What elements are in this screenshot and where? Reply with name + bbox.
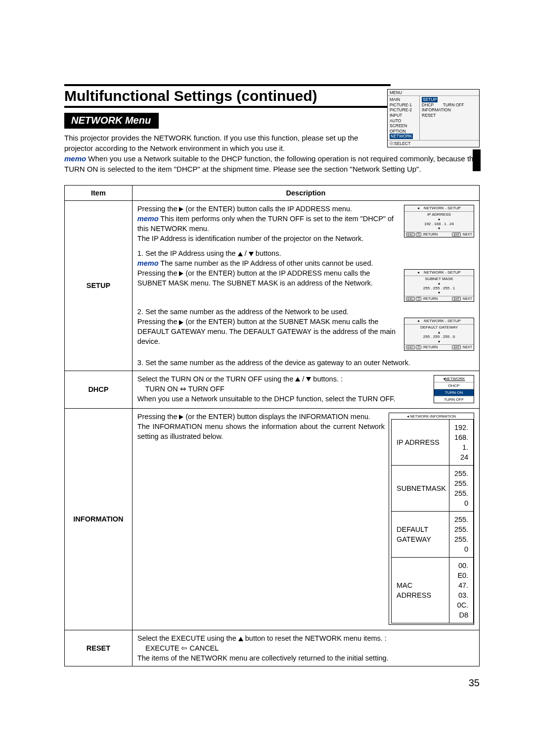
row-information-desc: ◂ NETWORK-INFORMATION IP ADRRESS192. 168… bbox=[132, 408, 479, 630]
osd-item: OPTION bbox=[390, 129, 417, 134]
osd-default-gateway-box: ◂ NETWORK - SETUP DEFAULT GATEWAY ▴ 255 … bbox=[404, 318, 474, 350]
osd-information-box: ◂ NETWORK-INFORMATION IP ADRRESS192. 168… bbox=[389, 413, 474, 625]
section-title: Multifunctional Settings (continued) bbox=[64, 88, 317, 104]
select-icon: ⦾ bbox=[390, 141, 393, 146]
memo-label: memo bbox=[137, 259, 159, 267]
section-title-bar: Multifunctional Settings (continued) bbox=[64, 84, 391, 108]
osd-item-value: TURN OFF bbox=[443, 102, 464, 107]
osd-menu-right-col: SETUP DHCP TURN OFF INFORMATION RESET bbox=[420, 96, 479, 140]
up-arrow-icon bbox=[295, 377, 300, 381]
table-header-description: Description bbox=[132, 186, 479, 201]
osd-dhcp-box: ◂NETWORK DHCP TURN ON TURN OFF bbox=[434, 375, 474, 403]
memo-label: memo bbox=[64, 154, 86, 163]
memo-label: memo bbox=[137, 215, 159, 223]
table-header-item: Item bbox=[65, 186, 133, 201]
osd-item-selected: SETUP bbox=[422, 97, 438, 102]
subsection-label: NETWORK Menu bbox=[64, 113, 159, 129]
row-information-label: INFORMATION bbox=[65, 408, 133, 630]
osd-item: MAIN bbox=[390, 97, 417, 102]
row-reset-desc: Select the EXECUTE using the button to r… bbox=[132, 630, 479, 666]
osd-ip-address-box: ◂ NETWORK - SETUP IP ADRRESS ▴ 192 . 168… bbox=[404, 205, 474, 237]
up-arrow-icon bbox=[238, 637, 243, 641]
row-setup-desc: ◂ NETWORK - SETUP IP ADRRESS ▴ 192 . 168… bbox=[132, 201, 479, 371]
osd-item: PICTURE-1 bbox=[390, 102, 417, 108]
osd-item: RESET bbox=[422, 113, 477, 118]
osd-menu-footer: ⦾:SELECT bbox=[388, 140, 479, 147]
up-arrow-icon bbox=[238, 252, 243, 256]
osd-item: SCREEN bbox=[390, 123, 417, 129]
toggle-text: EXECUTE ⇦ CANCEL bbox=[145, 644, 219, 652]
description-table: Item Description SETUP ◂ NETWORK - SETUP… bbox=[64, 185, 480, 666]
row-setup-label: SETUP bbox=[65, 201, 133, 371]
osd-item: PICTURE-2 bbox=[390, 107, 417, 113]
osd-item-selected: NETWORK bbox=[390, 134, 413, 139]
down-arrow-icon bbox=[306, 377, 311, 381]
down-arrow-icon bbox=[249, 252, 254, 256]
osd-menu-title: MENU bbox=[388, 90, 479, 96]
osd-item: INPUT bbox=[390, 113, 417, 118]
row-dhcp-label: DHCP bbox=[65, 371, 133, 408]
osd-item: DHCP bbox=[422, 102, 434, 107]
osd-menu-left-col: MAIN PICTURE-1 PICTURE-2 INPUT AUTO SCRE… bbox=[388, 96, 420, 140]
osd-subnet-mask-box: ◂ NETWORK - SETUP SUBNET MASK ▴ 255 . 25… bbox=[404, 269, 474, 302]
page: Multifunctional Settings (continued) MEN… bbox=[0, 0, 534, 718]
page-number: 35 bbox=[64, 677, 480, 689]
row-reset-label: RESET bbox=[65, 630, 133, 666]
osd-item: AUTO bbox=[390, 118, 417, 124]
row-dhcp-desc: ◂NETWORK DHCP TURN ON TURN OFF Select th… bbox=[132, 371, 479, 408]
osd-menu-screenshot: MENU MAIN PICTURE-1 PICTURE-2 INPUT AUTO… bbox=[387, 89, 480, 147]
osd-item: INFORMATION bbox=[422, 107, 477, 113]
chapter-side-tab bbox=[473, 149, 481, 171]
toggle-text: TURN ON ⇔ TURN OFF bbox=[145, 385, 224, 393]
